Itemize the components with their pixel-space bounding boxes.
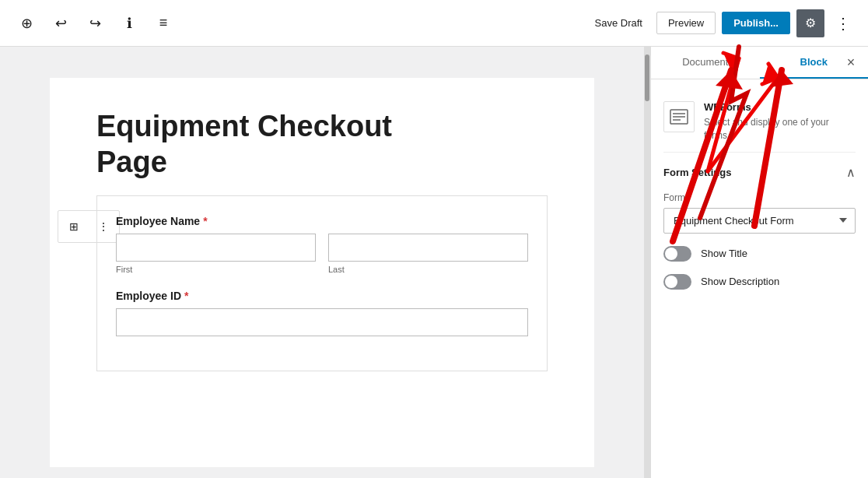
name-fields-row: First Last: [116, 234, 528, 274]
last-name-col: Last: [328, 234, 528, 274]
scroll-thumb[interactable]: [645, 54, 649, 101]
publish-button[interactable]: Publish...: [722, 12, 790, 34]
employee-name-group: Employee Name* First Last: [116, 215, 528, 274]
add-block-button[interactable]: ⊕: [12, 9, 40, 37]
editor-area: Equipment Checkout Page ⊞ ⋮ Employee Nam…: [0, 47, 644, 478]
scroll-track: [644, 47, 650, 478]
settings-header: Form Settings ∧: [663, 165, 856, 180]
form-selector[interactable]: Equipment Checkout Form: [663, 208, 856, 234]
wpforms-block: WPForms Select and display one of your f…: [663, 92, 856, 153]
toolbar: ⊕ ↩ ↪ ℹ ≡ Save Draft Preview Publish... …: [0, 0, 868, 47]
undo-button[interactable]: ↩: [47, 9, 75, 37]
last-name-input[interactable]: [328, 234, 528, 262]
required-star-2: *: [184, 290, 188, 302]
first-sublabel: First: [116, 265, 316, 274]
list-icon: ≡: [159, 15, 168, 31]
sidebar-content: WPForms Select and display one of your f…: [651, 79, 868, 478]
save-draft-button[interactable]: Save Draft: [587, 12, 650, 33]
show-title-label: Show Title: [701, 248, 747, 259]
show-description-label: Show Description: [701, 276, 779, 287]
required-star: *: [203, 215, 207, 227]
wpforms-title: WPForms: [704, 101, 856, 113]
more-options-button[interactable]: ⋮: [831, 9, 856, 37]
info-icon: ℹ: [127, 15, 132, 32]
first-name-col: First: [116, 234, 316, 274]
block-type-button[interactable]: ⊞: [60, 213, 88, 241]
toolbar-left: ⊕ ↩ ↪ ℹ ≡: [12, 9, 587, 37]
form-settings-section: Form Settings ∧ Form Equipment Checkout …: [663, 165, 856, 290]
wpforms-icon: [663, 101, 695, 132]
preview-button[interactable]: Preview: [656, 12, 716, 34]
editor-content: Equipment Checkout Page ⊞ ⋮ Employee Nam…: [50, 78, 594, 467]
settings-button[interactable]: ⚙: [796, 9, 824, 37]
employee-id-label: Employee ID*: [116, 290, 528, 302]
form-settings-title: Form Settings: [663, 167, 731, 178]
info-button[interactable]: ℹ: [115, 9, 143, 37]
sidebar-tabs: Document Block ×: [651, 47, 868, 79]
form-block: Employee Name* First Last: [96, 195, 548, 371]
more-icon: ⋮: [835, 15, 851, 32]
wpforms-description: Select and display one of your forms.: [704, 116, 856, 142]
main-layout: Equipment Checkout Page ⊞ ⋮ Employee Nam…: [0, 47, 868, 478]
tab-document[interactable]: Document: [651, 47, 760, 79]
sidebar-close-button[interactable]: ×: [842, 54, 860, 72]
last-sublabel: Last: [328, 265, 528, 274]
employee-name-label: Employee Name*: [116, 215, 528, 227]
collapse-icon[interactable]: ∧: [846, 165, 856, 180]
show-description-row: Show Description: [663, 274, 856, 290]
employee-id-input[interactable]: [116, 308, 528, 336]
list-view-button[interactable]: ≡: [149, 9, 177, 37]
gear-icon: ⚙: [805, 16, 816, 30]
redo-icon: ↪: [89, 15, 101, 32]
undo-icon: ↩: [55, 15, 67, 32]
wpforms-info: WPForms Select and display one of your f…: [704, 101, 856, 142]
first-name-input[interactable]: [116, 234, 316, 262]
toolbar-right: Save Draft Preview Publish... ⚙ ⋮: [587, 9, 856, 37]
show-title-toggle[interactable]: [663, 246, 691, 262]
show-title-row: Show Title: [663, 246, 856, 262]
form-select-label: Form: [663, 192, 856, 203]
show-description-toggle[interactable]: [663, 274, 691, 290]
page-title: Equipment Checkout Page: [96, 109, 548, 180]
employee-id-group: Employee ID*: [116, 290, 528, 336]
sidebar: Document Block × WPForms Select and disp…: [650, 47, 868, 478]
redo-button[interactable]: ↪: [81, 9, 109, 37]
table-icon: ⊞: [69, 220, 79, 233]
add-icon: ⊕: [21, 15, 33, 32]
